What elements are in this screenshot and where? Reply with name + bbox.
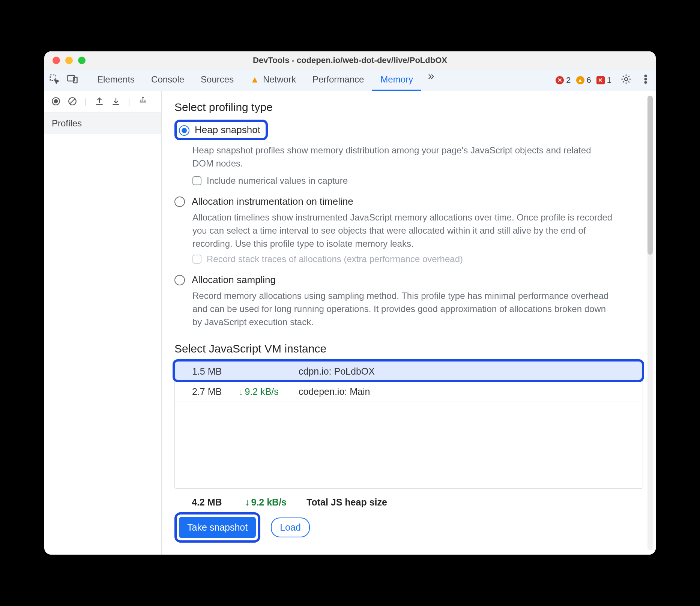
option-label: Allocation sampling bbox=[192, 274, 276, 286]
option-heap-snapshot[interactable]: Heap snapshot bbox=[174, 120, 643, 140]
tab-elements[interactable]: Elements bbox=[89, 69, 143, 91]
svg-point-4 bbox=[645, 75, 647, 77]
scrollbar-thumb[interactable] bbox=[647, 96, 653, 255]
vm-rate: ↓9.2 kB/s bbox=[239, 386, 299, 397]
action-row: Take snapshot Load bbox=[174, 512, 643, 543]
issue-icon: ✕ bbox=[596, 76, 605, 84]
download-icon[interactable] bbox=[111, 96, 121, 108]
total-size: 4.2 MB bbox=[192, 497, 238, 508]
profiles-sidebar: │ │ Profiles bbox=[44, 91, 162, 554]
checkbox-record-stack-traces bbox=[192, 255, 201, 264]
upload-icon[interactable] bbox=[95, 96, 104, 108]
take-snapshot-button[interactable]: Take snapshot bbox=[179, 517, 256, 538]
error-icon: ✕ bbox=[556, 76, 564, 84]
checkbox-label: Include numerical values in capture bbox=[207, 176, 348, 186]
minimize-icon[interactable] bbox=[65, 57, 73, 64]
svg-point-5 bbox=[645, 78, 647, 80]
highlight-ring-heap: Heap snapshot bbox=[174, 120, 268, 140]
warnings-badge[interactable]: ▲6 bbox=[576, 75, 591, 85]
vm-size: 2.7 MB bbox=[175, 386, 239, 397]
highlight-ring-take-snapshot: Take snapshot bbox=[174, 512, 260, 543]
option-allocation-timeline[interactable]: Allocation instrumentation on timeline bbox=[174, 196, 643, 207]
vm-list-empty-space bbox=[175, 402, 643, 488]
more-tabs-icon[interactable]: » bbox=[421, 69, 437, 91]
vm-instance-heading: Select JavaScript VM instance bbox=[174, 342, 643, 355]
option-allocation-sampling[interactable]: Allocation sampling bbox=[174, 274, 643, 286]
tab-console[interactable]: Console bbox=[143, 69, 192, 91]
tab-memory[interactable]: Memory bbox=[372, 69, 421, 91]
inspect-element-icon[interactable] bbox=[49, 74, 60, 87]
device-toolbar-icon[interactable] bbox=[67, 74, 78, 87]
tab-sources[interactable]: Sources bbox=[192, 69, 242, 91]
divider: │ bbox=[84, 99, 88, 105]
vm-name: cdpn.io: PoLdbOX bbox=[299, 366, 375, 377]
maximize-icon[interactable] bbox=[78, 57, 86, 64]
titlebar: DevTools - codepen.io/web-dot-dev/live/P… bbox=[44, 51, 656, 69]
profiling-type-heading: Select profiling type bbox=[174, 101, 643, 114]
garbage-collect-icon[interactable] bbox=[138, 96, 148, 108]
vm-instance-list: 1.5 MB cdpn.io: PoLdbOX 2.7 MB ↓9.2 kB/s… bbox=[174, 361, 643, 489]
radio-allocation-timeline[interactable] bbox=[174, 196, 185, 207]
svg-point-3 bbox=[625, 78, 628, 81]
vm-row[interactable]: 1.5 MB cdpn.io: PoLdbOX bbox=[175, 362, 643, 382]
svg-point-8 bbox=[54, 99, 58, 103]
record-icon[interactable] bbox=[51, 96, 61, 108]
warning-icon: ▲ bbox=[250, 74, 259, 85]
vm-totals: 4.2 MB ↓9.2 kB/s Total JS heap size bbox=[192, 497, 643, 508]
vm-row[interactable]: 2.7 MB ↓9.2 kB/s codepen.io: Main bbox=[175, 382, 643, 402]
clear-icon[interactable] bbox=[68, 96, 77, 108]
kebab-menu-icon[interactable] bbox=[640, 74, 651, 87]
status-badges: ✕2 ▲6 ✕1 bbox=[556, 75, 611, 85]
radio-heap-snapshot[interactable] bbox=[179, 125, 189, 136]
down-arrow-icon: ↓ bbox=[245, 497, 250, 508]
memory-panel: Select profiling type Heap snapshot Heap… bbox=[162, 91, 656, 554]
devtools-window: DevTools - codepen.io/web-dot-dev/live/P… bbox=[44, 51, 656, 554]
settings-icon[interactable] bbox=[620, 74, 632, 87]
svg-point-6 bbox=[645, 81, 647, 83]
tab-network[interactable]: ▲ Network bbox=[242, 69, 304, 91]
highlight-ring-vm bbox=[173, 359, 644, 382]
panel-tabstrip: Elements Console Sources ▲ Network Perfo… bbox=[44, 69, 656, 91]
errors-badge[interactable]: ✕2 bbox=[556, 75, 571, 85]
window-title: DevTools - codepen.io/web-dot-dev/live/P… bbox=[44, 56, 656, 65]
down-arrow-icon: ↓ bbox=[239, 386, 243, 397]
load-button[interactable]: Load bbox=[271, 518, 310, 537]
option-label: Heap snapshot bbox=[195, 124, 260, 136]
issues-badge[interactable]: ✕1 bbox=[596, 75, 611, 85]
checkbox-include-numerical[interactable] bbox=[192, 176, 201, 185]
total-rate: ↓9.2 kB/s bbox=[245, 497, 300, 508]
scrollbar-vertical[interactable] bbox=[647, 96, 653, 550]
svg-line-10 bbox=[70, 99, 75, 104]
checkbox-label: Record stack traces of allocations (extr… bbox=[207, 254, 463, 264]
window-controls bbox=[44, 57, 86, 64]
vm-name: codepen.io: Main bbox=[299, 386, 370, 397]
divider: │ bbox=[128, 99, 131, 105]
option-desc-heap: Heap snapshot profiles show memory distr… bbox=[192, 144, 613, 170]
total-label: Total JS heap size bbox=[306, 497, 387, 508]
sidebar-section-profiles[interactable]: Profiles bbox=[44, 113, 161, 134]
option-desc-alloc-timeline: Allocation timelines show instrumented J… bbox=[192, 211, 613, 250]
warning-icon: ▲ bbox=[576, 76, 584, 84]
option-desc-alloc-sampling: Record memory allocations using sampling… bbox=[192, 290, 613, 328]
option-label: Allocation instrumentation on timeline bbox=[192, 196, 353, 207]
tab-performance[interactable]: Performance bbox=[304, 69, 372, 91]
panel-body: │ │ Profiles Select profiling type Heap … bbox=[44, 91, 656, 554]
close-icon[interactable] bbox=[53, 57, 60, 64]
vm-size: 1.5 MB bbox=[175, 366, 239, 377]
sidebar-tools: │ │ bbox=[44, 91, 161, 113]
radio-allocation-sampling[interactable] bbox=[174, 275, 185, 285]
